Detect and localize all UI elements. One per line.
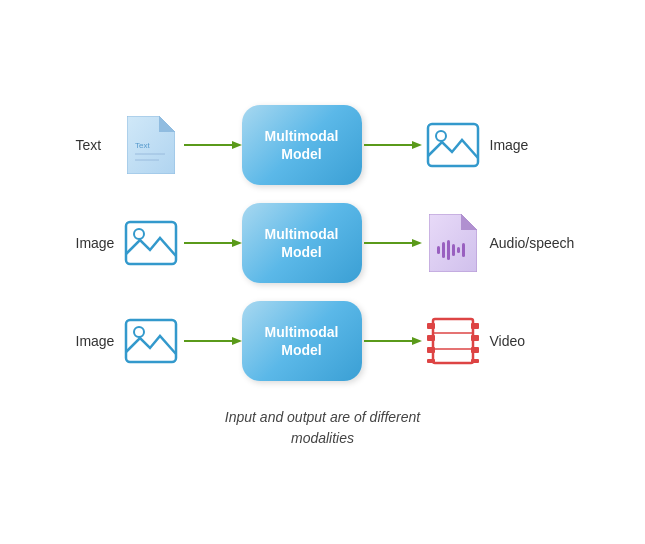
svg-rect-32 — [427, 323, 435, 329]
svg-marker-18 — [461, 214, 477, 230]
svg-marker-28 — [232, 337, 242, 345]
arrow-2b — [362, 233, 422, 253]
svg-rect-20 — [442, 242, 445, 258]
model-box-2: MultimodalModel — [242, 203, 362, 283]
audio-output-icon — [424, 209, 482, 277]
model-label-2: MultimodalModel — [265, 225, 339, 261]
svg-rect-36 — [471, 323, 479, 329]
svg-point-26 — [134, 327, 144, 337]
caption-line1: Input and output are of different — [225, 409, 420, 425]
text-doc-icon: Text — [122, 111, 180, 179]
arrow-3b — [362, 331, 422, 351]
svg-rect-9 — [428, 124, 478, 166]
svg-rect-33 — [427, 335, 435, 341]
svg-rect-38 — [471, 347, 479, 353]
svg-marker-6 — [232, 141, 242, 149]
svg-marker-8 — [412, 141, 422, 149]
output-label-3: Video — [490, 333, 570, 349]
model-box-3: MultimodalModel — [242, 301, 362, 381]
svg-rect-35 — [427, 359, 435, 363]
arrow-1a — [182, 135, 242, 155]
arrow-1b — [362, 135, 422, 155]
svg-marker-1 — [159, 116, 175, 132]
diagram-container: Text Text — [76, 95, 570, 449]
svg-rect-37 — [471, 335, 479, 341]
row-1: Text Text — [76, 105, 570, 185]
input-label-1: Text — [76, 137, 114, 153]
svg-text:Text: Text — [135, 141, 150, 150]
caption-line2: modalities — [291, 430, 354, 446]
svg-marker-16 — [412, 239, 422, 247]
image-output-icon — [424, 111, 482, 179]
svg-rect-39 — [471, 359, 479, 363]
svg-marker-14 — [232, 239, 242, 247]
svg-marker-30 — [412, 337, 422, 345]
svg-point-12 — [134, 229, 144, 239]
video-output-icon — [424, 307, 482, 375]
svg-rect-21 — [447, 240, 450, 260]
svg-marker-17 — [429, 214, 477, 272]
svg-point-10 — [436, 131, 446, 141]
caption: Input and output are of different modali… — [225, 407, 420, 449]
image-input-icon — [122, 209, 180, 277]
row-3: Image MultimodalModel — [76, 301, 570, 381]
svg-rect-23 — [457, 247, 460, 253]
svg-rect-22 — [452, 244, 455, 256]
arrow-3a — [182, 331, 242, 351]
output-label-2: Audio/speech — [490, 235, 570, 251]
svg-rect-31 — [433, 319, 473, 363]
model-label-1: MultimodalModel — [265, 127, 339, 163]
input-label-2: Image — [76, 235, 114, 251]
row-2: Image MultimodalModel — [76, 203, 570, 283]
input-label-3: Image — [76, 333, 114, 349]
output-label-1: Image — [490, 137, 570, 153]
svg-rect-24 — [462, 243, 465, 257]
model-label-3: MultimodalModel — [265, 323, 339, 359]
svg-rect-25 — [126, 320, 176, 362]
svg-rect-19 — [437, 246, 440, 254]
svg-rect-34 — [427, 347, 435, 353]
svg-rect-11 — [126, 222, 176, 264]
model-box-1: MultimodalModel — [242, 105, 362, 185]
arrow-2a — [182, 233, 242, 253]
image-input-icon-2 — [122, 307, 180, 375]
